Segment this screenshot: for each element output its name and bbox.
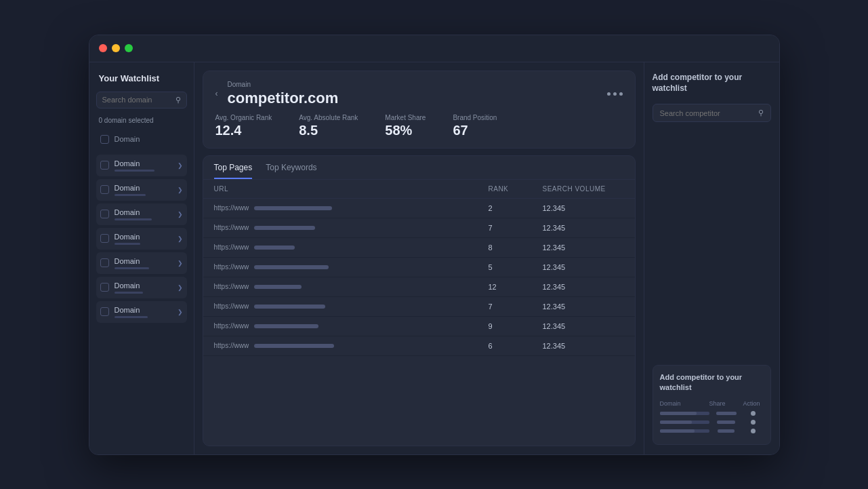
share-bar <box>717 420 736 424</box>
competitor-row[interactable] <box>660 411 764 416</box>
maximize-button[interactable] <box>125 44 133 52</box>
search-icon: ⚲ <box>758 109 764 117</box>
url-bar <box>254 246 295 250</box>
url-cell: https://www <box>214 224 489 231</box>
sidebar: Your Watchlist ⚲ 0 domain selected Domai… <box>89 62 194 454</box>
more-options-button[interactable] <box>607 92 623 96</box>
competitor-search-box[interactable]: ⚲ <box>653 104 771 122</box>
action-dot[interactable] <box>751 411 756 416</box>
action-dot[interactable] <box>751 429 756 433</box>
domain-info: Domain <box>115 257 172 269</box>
competitor-row[interactable] <box>660 420 764 425</box>
metric-organic-rank: Avg. Organic Rank 12.4 <box>215 114 272 138</box>
table-row[interactable]: https://www 12 12.345 <box>203 277 635 297</box>
dot <box>607 92 611 96</box>
domain-list: Domain ❯ Domain ❯ Domain <box>96 155 187 323</box>
list-item[interactable]: Domain ❯ <box>96 252 187 274</box>
list-item[interactable]: Domain ❯ <box>96 179 187 201</box>
list-item[interactable]: Domain ❯ <box>96 203 187 225</box>
volume-cell: 12.345 <box>543 342 624 350</box>
url-bar <box>254 226 315 230</box>
tab-top-keywords[interactable]: Top Keywords <box>266 163 316 179</box>
domain-bar <box>660 412 697 415</box>
search-icon: ⚲ <box>175 96 181 104</box>
domain-list-header: Domain <box>96 132 187 146</box>
metric-label: Avg. Absolute Rank <box>299 114 358 121</box>
domain-bar-wrap <box>660 429 709 433</box>
url-text: https://www <box>214 243 249 251</box>
th-url: URL <box>214 185 489 193</box>
list-item[interactable]: Domain ❯ <box>96 301 187 323</box>
table-row[interactable]: https://www 7 12.345 <box>203 218 635 238</box>
volume-cell: 12.345 <box>543 302 624 311</box>
url-bar <box>254 305 325 309</box>
table-row[interactable]: https://www 5 12.345 <box>203 258 635 277</box>
volume-cell: 12.345 <box>543 322 624 330</box>
url-text: https://www <box>214 322 249 330</box>
domain-checkbox[interactable] <box>100 185 109 194</box>
competitor-table-header: Domain Share Action <box>660 400 764 407</box>
url-bar <box>254 324 318 328</box>
minimize-button[interactable] <box>112 44 120 52</box>
domain-checkbox[interactable] <box>100 234 109 243</box>
metric-absolute-rank: Avg. Absolute Rank 8.5 <box>299 114 358 138</box>
rank-cell: 12 <box>489 283 543 291</box>
domain-checkbox[interactable] <box>100 161 109 170</box>
list-item[interactable]: Domain ❯ <box>96 277 187 298</box>
table-row[interactable]: https://www 7 12.345 <box>203 297 635 317</box>
title-bar <box>89 35 779 62</box>
sidebar-title: Your Watchlist <box>96 73 187 83</box>
domain-info: Domain <box>115 281 172 294</box>
url-cell: https://www <box>214 322 489 330</box>
domain-checkbox[interactable] <box>100 283 109 292</box>
domain-bar <box>115 194 146 196</box>
chevron-right-icon: ❯ <box>178 284 183 291</box>
list-item[interactable]: Domain ❯ <box>96 228 187 250</box>
search-box[interactable]: ⚲ <box>96 92 187 109</box>
app-window: Your Watchlist ⚲ 0 domain selected Domai… <box>89 35 780 455</box>
select-all-checkbox[interactable] <box>100 135 109 144</box>
traffic-lights <box>99 44 133 52</box>
cth-action: Action <box>743 400 764 407</box>
url-text: https://www <box>214 263 249 271</box>
search-input[interactable] <box>102 96 171 104</box>
th-volume: Search Volume <box>543 185 624 193</box>
domain-bar-wrap <box>660 412 709 415</box>
table-row[interactable]: https://www 2 12.345 <box>203 199 635 218</box>
volume-cell: 12.345 <box>543 224 624 232</box>
domain-checkbox[interactable] <box>100 307 109 316</box>
action-dot[interactable] <box>751 420 756 425</box>
volume-cell: 12.345 <box>543 204 624 212</box>
url-text: https://www <box>214 224 249 231</box>
metric-value: 8.5 <box>299 123 358 138</box>
domain-info: Domain <box>115 159 172 172</box>
url-cell: https://www <box>214 204 489 212</box>
domain-checkbox[interactable] <box>100 210 109 218</box>
tab-top-pages[interactable]: Top Pages <box>214 163 253 179</box>
domain-checkbox[interactable] <box>100 258 109 267</box>
add-competitor-title: Add competitor to your watchlist <box>653 72 771 95</box>
domain-bar <box>115 218 152 220</box>
domain-bar <box>115 316 148 318</box>
close-button[interactable] <box>99 44 107 52</box>
domain-info: Domain <box>115 208 172 220</box>
table-header: URL Rank Search Volume <box>203 180 635 199</box>
domain-bar-wrap <box>660 420 709 424</box>
domain-name: Domain <box>115 159 172 168</box>
domain-info: Domain <box>115 306 172 318</box>
url-cell: https://www <box>214 342 489 349</box>
cth-domain: Domain <box>660 400 709 407</box>
domain-url: competitor.com <box>228 90 339 107</box>
list-item[interactable]: Domain ❯ <box>96 155 187 176</box>
competitor-search-input[interactable] <box>660 109 754 117</box>
competitor-row[interactable] <box>660 429 764 433</box>
chevron-right-icon: ❯ <box>178 309 183 315</box>
back-arrow-icon[interactable]: ‹ <box>215 89 218 98</box>
url-text: https://www <box>214 302 249 310</box>
chevron-right-icon: ❯ <box>178 235 183 242</box>
table-row[interactable]: https://www 6 12.345 <box>203 336 635 356</box>
table-row[interactable]: https://www 8 12.345 <box>203 238 635 258</box>
th-rank: Rank <box>489 185 543 193</box>
url-bar <box>254 206 332 210</box>
table-row[interactable]: https://www 9 12.345 <box>203 317 635 336</box>
